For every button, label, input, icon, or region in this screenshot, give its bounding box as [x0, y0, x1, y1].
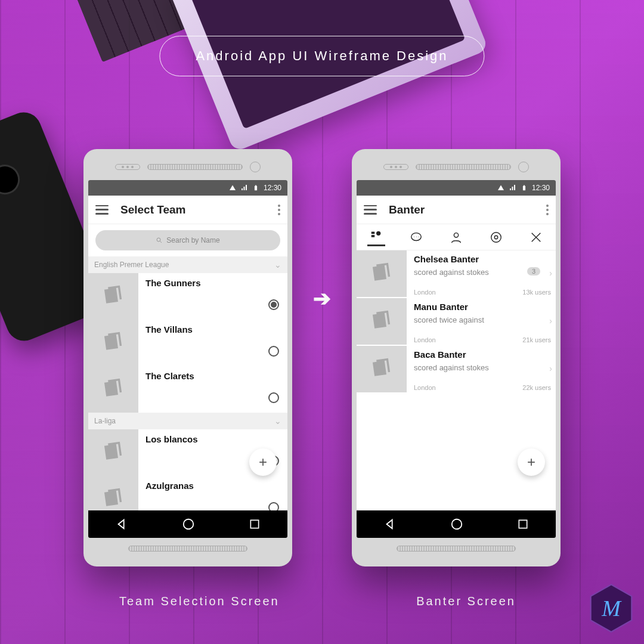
banter-users: 13k users: [522, 289, 551, 296]
svg-point-11: [452, 519, 462, 530]
banter-row[interactable]: Baca Banter scored against stokes › Lond…: [357, 346, 556, 394]
svg-rect-12: [519, 520, 527, 528]
search-placeholder: Search by Name: [166, 236, 219, 244]
team-row[interactable]: The Villans: [88, 320, 287, 366]
svg-line-1: [160, 242, 162, 243]
league-header[interactable]: La-liga ⌄: [88, 413, 287, 429]
svg-rect-4: [371, 232, 375, 234]
radio-unselected[interactable]: [268, 346, 279, 357]
status-bar: 12:30: [357, 180, 556, 196]
image-placeholder-icon: [88, 366, 138, 413]
tab-info-icon[interactable]: [487, 228, 505, 246]
svg-point-0: [157, 238, 160, 242]
svg-text:M: M: [601, 596, 622, 621]
banter-title: Baca Banter: [414, 349, 551, 360]
caption-right: Banter Screen: [416, 595, 516, 608]
radio-selected[interactable]: [268, 299, 279, 310]
chevron-right-icon: ›: [549, 268, 552, 278]
image-placeholder-icon: [357, 346, 407, 392]
chevron-down-icon: ⌄: [274, 416, 281, 426]
team-name: Azulgranas: [145, 481, 279, 491]
device-top-bezel: [357, 154, 556, 180]
team-row[interactable]: The Clarets: [88, 366, 287, 413]
image-placeholder-icon: [357, 298, 407, 345]
speaker-icon: [147, 164, 243, 170]
android-nav-bar: [88, 510, 287, 538]
image-placeholder-icon: [88, 476, 138, 510]
camera-icon: [250, 162, 261, 172]
device-team-selection: 12:30 Select Team Search by Name English…: [83, 149, 292, 566]
banter-subtitle: scored twice against: [414, 315, 551, 324]
team-row[interactable]: Azulgranas: [88, 476, 287, 510]
nav-home-icon[interactable]: [182, 518, 195, 531]
banter-location: London: [414, 384, 436, 391]
banter-title: Chelsea Banter: [414, 254, 551, 264]
nav-back-icon[interactable]: [383, 518, 397, 531]
svg-rect-3: [250, 520, 258, 528]
device-bottom-bezel: [88, 538, 287, 559]
image-placeholder-icon: [88, 320, 138, 366]
svg-point-6: [376, 231, 380, 236]
overflow-menu-icon[interactable]: [546, 205, 549, 215]
tab-profile-icon[interactable]: [447, 228, 465, 246]
overflow-menu-icon[interactable]: [278, 205, 280, 215]
banter-subtitle: scored against stokes: [414, 363, 551, 372]
chevron-down-icon: ⌄: [274, 260, 281, 270]
team-name: The Villans: [145, 324, 279, 335]
fab-add-button[interactable]: +: [249, 448, 277, 476]
nav-recent-icon[interactable]: [517, 518, 529, 530]
status-time: 12:30: [532, 184, 550, 192]
menu-icon[interactable]: [95, 205, 109, 215]
arrow-right-icon: ➔: [313, 286, 331, 311]
speaker-icon: [416, 164, 511, 170]
image-placeholder-icon: [88, 429, 138, 476]
status-bar: 12:30: [88, 180, 287, 196]
menu-icon[interactable]: [364, 205, 377, 215]
banter-list[interactable]: Chelsea Banter scored against stokes 3 ›…: [357, 250, 556, 510]
sensor-dots-icon: [115, 164, 140, 170]
sensor-dots-icon: [383, 164, 408, 170]
battery-icon: [253, 184, 259, 192]
app-bar: Banter: [357, 196, 556, 224]
tab-feed-icon[interactable]: [367, 228, 385, 246]
svg-point-10: [494, 236, 498, 239]
tab-chat-icon[interactable]: [407, 228, 425, 246]
league-header[interactable]: English Premer League ⌄: [88, 256, 287, 273]
tab-tools-icon[interactable]: [527, 228, 545, 246]
page-title: Android App UI Wireframe Design: [159, 36, 484, 76]
banter-users: 21k users: [522, 336, 551, 343]
team-list[interactable]: English Premer League ⌄ The Gunners The …: [88, 256, 287, 510]
banter-row[interactable]: Manu Banter scored twice against › Londo…: [357, 298, 556, 346]
battery-icon: [521, 184, 527, 192]
status-time: 12:30: [264, 184, 281, 192]
banter-row[interactable]: Chelsea Banter scored against stokes 3 ›…: [357, 250, 556, 298]
team-name: The Gunners: [145, 278, 279, 288]
wifi-icon: [497, 184, 504, 191]
signal-icon: [241, 184, 248, 191]
speaker-icon: [397, 546, 516, 552]
tab-bar: [357, 224, 556, 250]
team-row[interactable]: The Gunners: [88, 273, 287, 320]
chevron-right-icon: ›: [549, 316, 552, 326]
nav-back-icon[interactable]: [115, 518, 128, 531]
device-top-bezel: [88, 154, 287, 180]
image-placeholder-icon: [88, 273, 138, 320]
nav-home-icon[interactable]: [450, 518, 463, 531]
fab-add-button[interactable]: +: [518, 448, 545, 476]
brand-hex-logo-icon: M: [589, 583, 633, 633]
nav-recent-icon[interactable]: [249, 518, 261, 530]
radio-unselected[interactable]: [268, 392, 279, 403]
screen-title: Banter: [385, 203, 538, 216]
search-input[interactable]: Search by Name: [95, 230, 280, 250]
camera-icon: [518, 162, 529, 172]
team-name: Los blancos: [145, 434, 279, 444]
app-bar: Select Team: [88, 196, 287, 224]
banter-location: London: [414, 336, 436, 343]
svg-point-2: [184, 519, 194, 530]
wifi-icon: [229, 184, 236, 191]
device-banter: 12:30 Banter: [352, 149, 561, 566]
speaker-icon: [128, 546, 247, 552]
image-placeholder-icon: [357, 250, 407, 297]
svg-rect-5: [371, 235, 375, 237]
radio-unselected[interactable]: [268, 502, 279, 510]
